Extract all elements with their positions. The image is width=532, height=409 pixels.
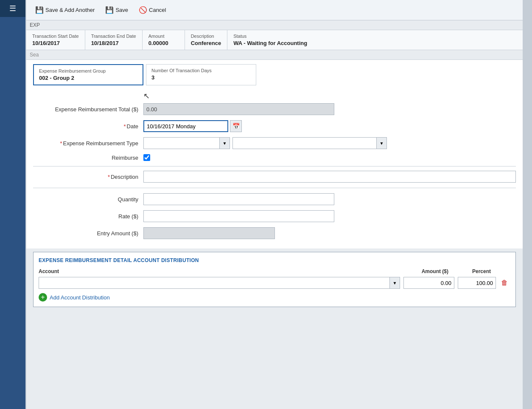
type-label: Expense Reimbursement Type [33,140,143,147]
group-days-row: Expense Reimbursement Group 002 - Group … [33,64,516,85]
status-cell: Status WA - Waiting for Accounting [227,30,523,50]
start-date-cell: Transaction Start Date 10/16/2017 [26,30,85,50]
type-select-2[interactable] [232,137,377,149]
date-input[interactable] [143,120,228,132]
quantity-label: Quantity [33,196,143,203]
description-cell: Description Conference [185,30,228,50]
type-dropdown-group: ▼ ▼ [143,137,387,149]
amount-label: Amount [148,34,179,39]
save-icon: 💾 [106,6,113,14]
account-dropdown-arrow[interactable]: ▼ [390,277,400,289]
reimburse-checkbox[interactable] [143,154,150,161]
account-percent-input[interactable] [458,277,496,289]
description-input-label: Description [33,174,143,180]
rate-row: Rate ($) [33,210,516,222]
form-section: Expense Reimbursement Group 002 - Group … [26,60,523,248]
amount-cell: Amount 0.00000 [143,30,185,50]
save-add-icon: 💾 [36,6,43,14]
end-date-value: 10/18/2017 [91,40,136,46]
total-label: Expense Reimbursement Total ($) [33,106,143,113]
entry-amount-label: Entry Amount ($) [33,230,143,237]
cursor-indicator: ↖ [143,91,516,101]
add-distribution-label: Add Account Distribution [50,294,110,301]
start-date-label: Transaction Start Date [32,34,79,39]
save-button[interactable]: 💾 Save [101,5,132,16]
exp-text: EXP [30,22,40,28]
save-add-button[interactable]: 💾 Save & Add Another [31,5,99,16]
account-table-row: ▼ 🗑 [39,277,510,289]
amount-value: 0.00000 [148,40,179,46]
cancel-icon: 🚫 [139,6,147,14]
status-value: WA - Waiting for Accounting [233,40,517,46]
add-circle-icon: + [39,293,47,302]
type-select-1[interactable] [143,137,220,149]
group-label: Expense Reimbursement Group [39,68,137,73]
rate-label: Rate ($) [33,213,143,220]
account-distribution-section: EXPENSE REIMBURSEMENT DETAIL ACCOUNT DIS… [33,252,516,307]
date-row: Date 📅 [33,120,516,132]
description-input[interactable] [143,171,516,183]
days-value: 3 [151,74,251,81]
trash-icon: 🗑 [501,279,508,287]
reimburse-row: Reimburse [33,154,516,161]
save-label: Save [115,7,128,13]
account-input-wrap: ▼ [39,277,400,289]
toolbar: 💾 Save & Add Another 💾 Save 🚫 Cancel [26,0,523,20]
rate-input[interactable] [143,210,334,222]
amount-col-header: Amount ($) [393,268,453,274]
percent-col-header: Percent [453,268,495,274]
type-dropdown-arrow-1[interactable]: ▼ [220,137,230,149]
calendar-button[interactable]: 📅 [230,120,242,132]
description-label: Description [191,34,221,39]
account-col-header: Account [39,268,393,274]
modal-container: 💾 Save & Add Another 💾 Save 🚫 Cancel EXP… [26,0,523,409]
group-box: Expense Reimbursement Group 002 - Group … [33,64,143,85]
end-date-cell: Transaction End Date 10/18/2017 [85,30,143,50]
quantity-input[interactable] [143,193,334,205]
account-distribution-title: EXPENSE REIMBURSEMENT DETAIL ACCOUNT DIS… [39,257,510,263]
sidebar: ☰ [0,0,25,409]
sidebar-top: ☰ [0,0,25,17]
menu-icon: ☰ [9,4,16,13]
entry-amount-input[interactable] [143,227,275,239]
days-label: Number Of Transaction Days [151,68,251,73]
description-row: Description [33,171,516,188]
type-dropdown-arrow-2[interactable]: ▼ [377,137,387,149]
account-amount-input[interactable] [403,277,454,289]
divider [33,166,516,166]
date-field-group: 📅 [143,120,242,132]
reimburse-label: Reimburse [33,155,143,161]
description-value: Conference [191,40,221,46]
save-add-label: Save & Add Another [45,7,95,13]
add-distribution-button[interactable]: + Add Account Distribution [39,293,110,302]
group-value: 002 - Group 2 [39,75,137,81]
search-text: Sea [30,52,39,58]
info-header: Transaction Start Date 10/16/2017 Transa… [26,30,523,50]
total-input[interactable] [143,103,334,115]
quantity-row: Quantity [33,193,516,205]
account-table-header: Account Amount ($) Percent [39,268,510,274]
cancel-label: Cancel [149,7,166,13]
status-label: Status [233,34,517,39]
days-box: Number Of Transaction Days 3 [146,64,256,85]
date-label: Date [33,123,143,130]
calendar-icon: 📅 [232,123,240,130]
account-input[interactable] [39,277,390,289]
end-date-label: Transaction End Date [91,34,136,39]
cancel-button[interactable]: 🚫 Cancel [135,5,170,16]
type-row: Expense Reimbursement Type ▼ ▼ [33,137,516,149]
delete-row-button[interactable]: 🗑 [498,277,510,289]
start-date-value: 10/16/2017 [32,40,79,46]
entry-amount-row: Entry Amount ($) [33,227,516,239]
search-row: Sea [26,50,523,60]
exp-header: EXP [26,20,523,30]
total-row: Expense Reimbursement Total ($) [33,103,516,115]
